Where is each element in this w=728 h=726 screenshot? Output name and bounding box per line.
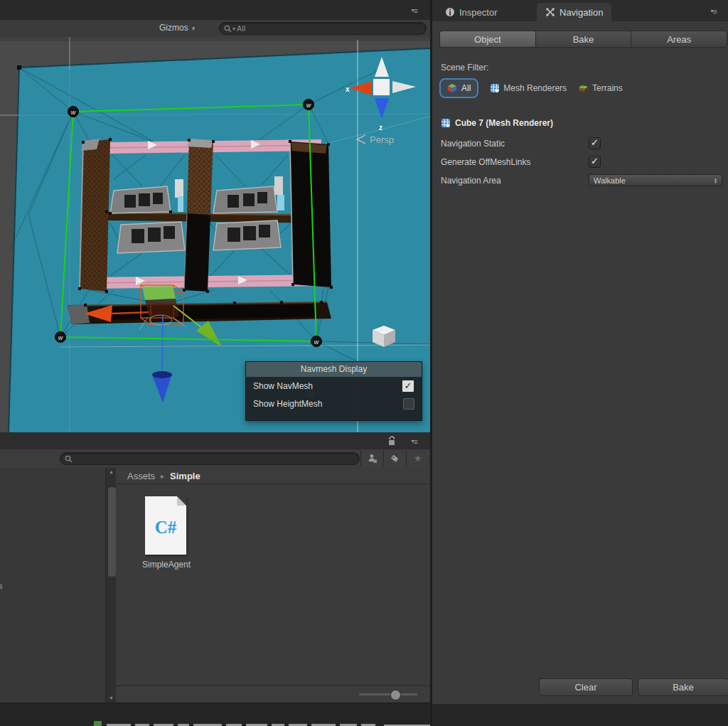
prop-navigation-static: Navigation Static ✓ xyxy=(441,137,719,151)
scene-search-input[interactable]: ▾ All xyxy=(219,22,427,35)
bake-button[interactable]: Bake xyxy=(638,678,728,696)
search-by-type-button[interactable] xyxy=(360,450,383,466)
show-navmesh-row: Show NavMesh ✓ xyxy=(246,377,422,395)
filter-mesh-renderers-button[interactable]: Mesh Renderers xyxy=(490,83,567,93)
inspector-panel: Inspector Navigation ▾≡ Object Bake Area… xyxy=(432,0,728,726)
show-navmesh-checkbox[interactable]: ✓ xyxy=(402,380,414,393)
scene-pane-menu-icon[interactable]: ▾≡ xyxy=(412,6,417,15)
mesh-renderer-component-icon xyxy=(441,118,451,128)
scroll-down-icon[interactable]: ▼ xyxy=(106,694,117,703)
scene-filter-label: Scene Filter: xyxy=(441,63,488,73)
filter-terrains-button[interactable]: Terrains xyxy=(578,83,623,93)
terrains-icon xyxy=(578,83,589,93)
inspector-tabbar: Inspector Navigation ▾≡ xyxy=(432,0,728,21)
prop-generate-offmeshlinks: Generate OffMeshLinks ✓ xyxy=(441,156,719,170)
info-icon xyxy=(445,7,455,17)
favorites-star-button[interactable]: ★ xyxy=(406,450,429,466)
scene-viewport[interactable]: w w w w x z Persp xyxy=(0,37,430,432)
tree-vertical-scrollbar[interactable]: ▲ ▼ xyxy=(105,468,117,703)
chevron-down-icon: ▾ xyxy=(192,25,196,32)
clear-button[interactable]: Clear xyxy=(539,678,633,696)
show-heightmesh-checkbox[interactable] xyxy=(403,398,414,410)
axis-x-label: x xyxy=(346,85,350,93)
navmesh-popup-title: Navmesh Display xyxy=(246,362,422,377)
project-body: s ▲ ▼ Assets ▸ Simple C# SimpleAgent xyxy=(0,468,430,703)
search-filter-caret-icon: ▾ xyxy=(232,26,235,32)
breadcrumb-assets[interactable]: Assets xyxy=(127,471,155,481)
navigation-static-checkbox[interactable]: ✓ xyxy=(589,137,601,149)
filter-all-button[interactable]: All xyxy=(439,78,478,98)
project-assets-pane: Assets ▸ Simple C# SimpleAgent xyxy=(116,468,430,703)
breadcrumb: Assets ▸ Simple xyxy=(116,468,430,484)
scene-search-placeholder: All xyxy=(237,24,245,33)
search-icon xyxy=(224,25,232,33)
asset-item-simpleagent[interactable]: C# SimpleAgent xyxy=(136,496,197,570)
scene-view-toolbar: Gizmos▾ ▾ All xyxy=(0,20,430,38)
scene-filter-row: All Mesh Renderers Terrains xyxy=(439,78,623,98)
axis-z-label: z xyxy=(379,124,382,132)
svg-text:w: w xyxy=(58,334,63,341)
project-toolbar: ★ xyxy=(0,449,430,469)
svg-text:w: w xyxy=(314,338,319,346)
project-folder-tree[interactable]: s xyxy=(0,468,105,703)
page-fold-icon xyxy=(177,496,186,506)
project-pane-menu-icon[interactable]: ▾≡ xyxy=(412,437,417,446)
dropdown-arrows-icon: ▲▼ xyxy=(714,178,717,183)
gizmos-dropdown-button[interactable]: Gizmos▾ xyxy=(159,23,195,34)
generate-offmeshlinks-checkbox[interactable]: ✓ xyxy=(589,156,601,168)
svg-text:w: w xyxy=(306,102,311,109)
scroll-up-icon[interactable]: ▲ xyxy=(106,468,117,476)
tab-navigation[interactable]: Navigation xyxy=(537,3,611,21)
cube-color-icon xyxy=(447,83,457,93)
inspector-pane-menu-icon[interactable]: ▾≡ xyxy=(711,7,717,16)
object-section-header: Cube 7 (Mesh Renderer) xyxy=(441,118,553,128)
status-icon xyxy=(94,721,102,726)
tree-item-clipped: s xyxy=(0,582,3,590)
scene-view-titlebar: ▾≡ xyxy=(0,0,430,20)
navigation-subtabs: Object Bake Areas xyxy=(439,31,727,48)
breadcrumb-current-folder[interactable]: Simple xyxy=(170,471,200,481)
navigation-icon xyxy=(545,7,555,17)
search-by-label-button[interactable] xyxy=(383,450,406,466)
breadcrumb-separator-icon: ▸ xyxy=(161,472,164,480)
navmesh-display-popup: Navmesh Display Show NavMesh ✓ Show Heig… xyxy=(245,361,422,421)
navigation-area-dropdown[interactable]: Walkable ▲▼ xyxy=(589,174,722,186)
lock-icon[interactable] xyxy=(387,436,396,446)
slider-thumb[interactable] xyxy=(390,690,401,700)
search-icon xyxy=(65,455,73,463)
project-panel-header: ▾≡ xyxy=(0,432,430,449)
assets-footer-bar xyxy=(116,685,430,703)
thumbnail-zoom-slider[interactable] xyxy=(359,693,417,695)
subtab-bake[interactable]: Bake xyxy=(536,31,632,47)
svg-text:w: w xyxy=(71,109,76,116)
svg-text:Persp: Persp xyxy=(370,134,394,145)
prop-navigation-area: Navigation Area Walkable ▲▼ xyxy=(441,174,719,188)
csharp-script-icon: C# xyxy=(145,496,186,555)
show-heightmesh-row: Show HeightMesh xyxy=(246,395,422,412)
tab-inspector[interactable]: Inspector xyxy=(437,3,505,21)
navigation-panel-body: Object Bake Areas Scene Filter: All Mesh… xyxy=(432,21,728,704)
mesh-renderers-icon xyxy=(490,83,500,93)
project-panel: ▾≡ ★ s ▲ ▼ Assets ▸ Simple xyxy=(0,432,430,703)
asset-name-label: SimpleAgent xyxy=(136,560,197,570)
project-search-input[interactable] xyxy=(60,452,360,465)
subtab-object[interactable]: Object xyxy=(440,31,536,47)
subtab-areas[interactable]: Areas xyxy=(631,31,727,47)
